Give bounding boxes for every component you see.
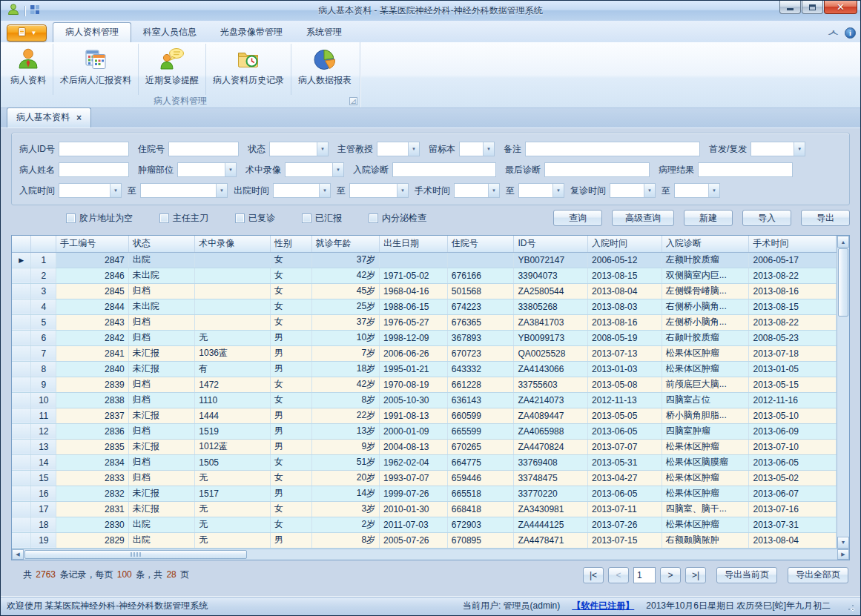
table-row[interactable]: 62842归档无男10岁1998-12-09367893YB0099173200… xyxy=(12,330,837,345)
action-button-新建[interactable]: 新建 xyxy=(684,210,733,226)
field-input-病人姓名[interactable] xyxy=(59,162,129,177)
column-header-empty[interactable] xyxy=(31,236,56,252)
column-header-empty[interactable] xyxy=(12,236,31,252)
dropdown-arrow-icon[interactable]: ▼ xyxy=(397,184,408,197)
table-row[interactable]: ▶12847出院女37岁YB00721472006-05-12左额叶胶质瘤200… xyxy=(12,252,837,268)
action-button-查询[interactable]: 查询 xyxy=(553,210,602,226)
dropdown-arrow-icon[interactable]: ▼ xyxy=(708,184,719,197)
checkbox-内分泌检查[interactable]: 内分泌检查 xyxy=(369,212,426,225)
field-combo-首发/复发[interactable]: ▼ xyxy=(751,142,805,156)
column-header-入院诊断[interactable]: 入院诊断 xyxy=(662,236,749,252)
dropdown-arrow-icon[interactable]: ▼ xyxy=(216,184,227,197)
maximize-button[interactable] xyxy=(802,1,823,14)
table-row[interactable]: 152833归档无女20岁1993-07-0765944633748475201… xyxy=(12,470,837,486)
checkbox-主任主刀[interactable]: 主任主刀 xyxy=(159,212,208,225)
field-combo-复诊时间[interactable]: ▼ xyxy=(610,183,656,198)
ribbon-tab-病人资料管理[interactable]: 病人资料管理 xyxy=(53,22,131,42)
field-combo-状态[interactable]: ▼ xyxy=(269,142,329,156)
action-button-导入[interactable]: 导入 xyxy=(742,210,791,226)
scroll-up-icon[interactable]: ▲ xyxy=(837,236,849,248)
page-number-input[interactable] xyxy=(633,567,656,583)
table-row[interactable]: 72841未汇报1036蓝男7岁2006-06-26670723QA002552… xyxy=(12,345,837,361)
registration-status-link[interactable]: 【软件已注册】 xyxy=(572,600,634,612)
last-page-button[interactable]: >| xyxy=(685,567,706,583)
vertical-scroll-thumb[interactable] xyxy=(838,248,848,317)
table-row[interactable]: 102838归档1110女8岁2005-10-30636143ZA4214073… xyxy=(12,392,837,408)
scroll-right-icon[interactable]: ▶ xyxy=(837,549,849,560)
field-combo-主管教授[interactable]: ▼ xyxy=(377,142,420,156)
dropdown-arrow-icon[interactable]: ▼ xyxy=(317,142,328,156)
field-combo-入院时间[interactable]: ▼ xyxy=(59,183,122,198)
table-row[interactable]: 192829出院无男8岁2005-07-26670895ZA4478471201… xyxy=(12,532,837,548)
vertical-scrollbar[interactable]: ▲ ▼ xyxy=(837,236,849,549)
dropdown-arrow-icon[interactable]: ▼ xyxy=(110,184,121,197)
dropdown-arrow-icon[interactable]: ▼ xyxy=(225,163,236,176)
collapse-ribbon-icon[interactable]: ㅅ xyxy=(827,27,840,39)
dialog-launcher-icon[interactable]: ◿ xyxy=(349,97,357,105)
field-combo-至[interactable]: ▼ xyxy=(518,183,564,198)
column-header-手术时间[interactable]: 手术时间 xyxy=(749,236,837,252)
table-row[interactable]: 82840未汇报有男18岁1995-01-21643332ZA414306620… xyxy=(12,361,837,377)
table-row[interactable]: 112837未汇报1444男22岁1991-08-13660599ZA40894… xyxy=(12,408,837,423)
field-combo-至[interactable]: ▼ xyxy=(140,183,228,198)
field-combo-术中录像[interactable]: ▼ xyxy=(285,162,344,177)
dropdown-arrow-icon[interactable]: ▼ xyxy=(794,142,805,156)
field-input-病人ID号[interactable] xyxy=(59,142,129,156)
scroll-down-icon[interactable]: ▼ xyxy=(837,537,849,549)
field-combo-至[interactable]: ▼ xyxy=(349,183,409,198)
table-row[interactable]: 162832未汇报1517男14岁1999-07-266655183377022… xyxy=(12,486,837,501)
minimize-button[interactable] xyxy=(779,1,801,14)
next-page-button[interactable]: > xyxy=(660,567,681,583)
ribbon-button-病人资料[interactable]: 病人资料 xyxy=(4,44,53,95)
column-header-出生日期[interactable]: 出生日期 xyxy=(380,236,448,252)
table-row[interactable]: 172831未汇报无女3岁2010-01-30668418ZA343098120… xyxy=(12,501,837,517)
field-combo-出院时间[interactable]: ▼ xyxy=(273,183,331,198)
field-combo-肿瘤部位[interactable]: ▼ xyxy=(177,162,237,177)
dropdown-arrow-icon[interactable]: ▼ xyxy=(408,142,419,156)
table-row[interactable]: 142834归档1505女51岁1962-02-0466477533769408… xyxy=(12,454,837,470)
field-input-病理结果[interactable] xyxy=(698,162,793,177)
field-combo-至[interactable]: ▼ xyxy=(674,183,720,198)
tab-close-icon[interactable]: × xyxy=(76,114,82,122)
ribbon-tab-光盘录像带管理[interactable]: 光盘录像带管理 xyxy=(208,23,294,42)
horizontal-scroll-thumb[interactable] xyxy=(24,550,247,559)
dropdown-arrow-icon[interactable]: ▼ xyxy=(483,142,494,156)
checkbox-已汇报[interactable]: 已汇报 xyxy=(302,212,342,225)
field-combo-留标本[interactable]: ▼ xyxy=(459,142,495,156)
ribbon-button-病人数据报表[interactable]: 病人数据报表 xyxy=(291,44,358,95)
resize-grip[interactable] xyxy=(845,602,854,611)
column-header-入院时间[interactable]: 入院时间 xyxy=(588,236,662,252)
dropdown-arrow-icon[interactable]: ▼ xyxy=(644,184,655,197)
action-button-高级查询[interactable]: 高级查询 xyxy=(612,210,674,226)
dropdown-arrow-icon[interactable]: ▼ xyxy=(488,184,499,197)
table-row[interactable]: 132835未汇报1012蓝男9岁2004-08-13670265ZA44708… xyxy=(12,439,837,454)
field-input-最后诊断[interactable] xyxy=(544,162,650,177)
dropdown-arrow-icon[interactable]: ▼ xyxy=(319,184,330,197)
dropdown-arrow-icon[interactable]: ▼ xyxy=(552,184,564,197)
action-button-导出[interactable]: 导出 xyxy=(801,210,850,226)
application-menu-button[interactable]: ▼ xyxy=(7,24,47,42)
field-input-入院诊断[interactable] xyxy=(392,162,496,177)
info-icon[interactable]: i xyxy=(845,27,856,39)
table-row[interactable]: 52843归档女37岁1976-05-27676365ZA38417032013… xyxy=(12,314,837,330)
table-row[interactable]: 32845归档女45岁1968-04-16501568ZA25805442013… xyxy=(12,283,837,299)
tab-patient-basic-info[interactable]: 病人基本资料 × xyxy=(7,107,91,127)
field-input-备注[interactable] xyxy=(525,142,700,156)
checkbox-已复诊[interactable]: 已复诊 xyxy=(235,212,275,225)
export-current-page-button[interactable]: 导出当前页 xyxy=(716,567,777,583)
quick-access-layout-icon[interactable] xyxy=(30,4,40,17)
first-page-button[interactable]: |< xyxy=(583,567,604,583)
export-all-pages-button[interactable]: 导出全部页 xyxy=(788,567,848,583)
field-input-住院号[interactable] xyxy=(168,142,239,156)
column-header-状态[interactable]: 状态 xyxy=(128,236,194,252)
table-row[interactable]: 122836归档1519男13岁2000-01-09665599ZA406598… xyxy=(12,423,837,439)
table-row[interactable]: 22846未出院女42岁1971-05-02676166339040732013… xyxy=(12,268,837,283)
column-header-手工编号[interactable]: 手工编号 xyxy=(56,236,129,252)
dropdown-arrow-icon[interactable]: ▼ xyxy=(332,163,343,176)
ribbon-button-近期复诊提醒[interactable]: 近期复诊提醒 xyxy=(139,44,206,95)
field-combo-手术时间[interactable]: ▼ xyxy=(454,183,500,198)
ribbon-button-病人资料历史记录[interactable]: 病人资料历史记录 xyxy=(206,44,291,95)
scroll-left-icon[interactable]: ◀ xyxy=(12,549,24,560)
column-header-术中录像[interactable]: 术中录像 xyxy=(195,236,270,252)
checkbox-胶片地址为空[interactable]: 胶片地址为空 xyxy=(66,212,133,225)
